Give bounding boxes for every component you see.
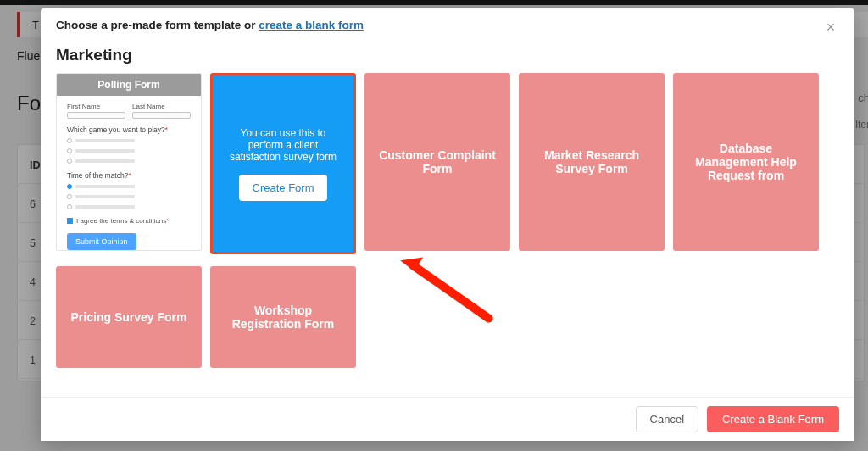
terms-checkbox-icon: [67, 218, 73, 224]
terms-label: I agree the terms & conditions*: [76, 217, 169, 225]
template-title: Market Research Survey Form: [529, 148, 654, 175]
template-title: Customer Complaint Form: [375, 148, 500, 175]
polling-preview-title: Polling Form: [57, 74, 201, 96]
template-title: Pricing Survey Form: [71, 310, 187, 324]
question-1-label: Which game you want to play?*: [67, 125, 191, 134]
template-description: You can use this to perform a client sat…: [225, 127, 342, 163]
template-card-market-research-survey[interactable]: Market Research Survey Form: [519, 73, 665, 251]
template-title: Workshop Registration Form: [220, 303, 346, 331]
modal-footer: Cancel Create a Blank Form: [41, 397, 854, 441]
modal-prompt: Choose a pre-made form template or creat…: [56, 19, 364, 31]
question-2-label: Time of the match?*: [67, 171, 191, 180]
template-chooser-modal: Choose a pre-made form template or creat…: [41, 8, 854, 441]
create-blank-form-button[interactable]: Create a Blank Form: [707, 406, 839, 432]
polling-preview-body: First Name Last Name Which game you want…: [57, 96, 201, 251]
template-card-database-management-help[interactable]: Database Management Help Request from: [673, 73, 819, 251]
first-name-label: First Name: [67, 103, 125, 110]
create-form-button[interactable]: Create Form: [239, 175, 328, 201]
template-card-pricing-survey[interactable]: Pricing Survey Form: [56, 266, 202, 368]
first-name-field: [67, 112, 125, 119]
template-card-polling-form[interactable]: Polling Form First Name Last Name Which …: [56, 73, 202, 251]
polling-submit-button: Submit Opinion: [67, 233, 136, 250]
last-name-field: [132, 112, 191, 119]
modal-close-button[interactable]: ×: [822, 19, 839, 36]
create-blank-link[interactable]: create a blank form: [259, 19, 364, 31]
last-name-label: Last Name: [132, 103, 191, 110]
template-category-heading: Marketing: [41, 42, 854, 73]
template-title: Database Management Help Request from: [683, 142, 809, 182]
cancel-button[interactable]: Cancel: [636, 406, 698, 432]
template-card-client-satisfaction-survey[interactable]: You can use this to perform a client sat…: [210, 73, 356, 254]
template-card-workshop-registration[interactable]: Workshop Registration Form: [210, 266, 356, 368]
template-card-customer-complaint[interactable]: Customer Complaint Form: [364, 73, 510, 251]
close-icon: ×: [826, 19, 836, 35]
